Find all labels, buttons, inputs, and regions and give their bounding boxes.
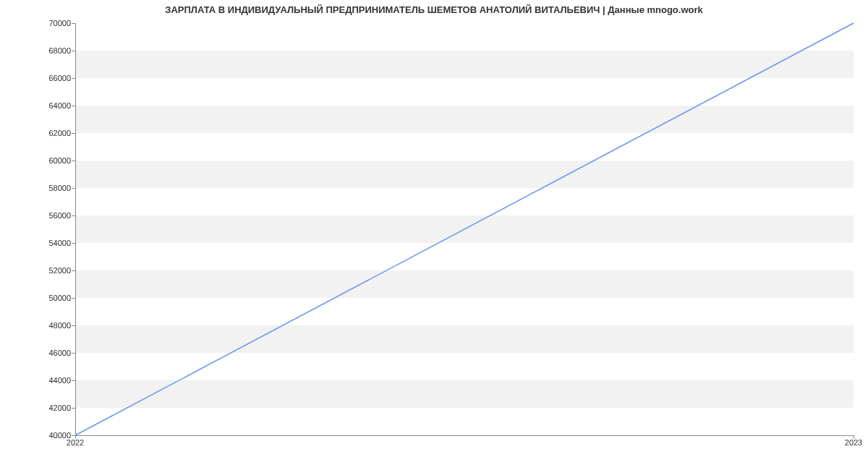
y-tick-label: 64000 — [6, 101, 71, 110]
y-tick-label: 56000 — [6, 211, 71, 220]
y-tick-label: 58000 — [6, 184, 71, 192]
y-tick-label: 42000 — [6, 403, 71, 412]
svg-rect-5 — [75, 106, 854, 133]
chart-container: ЗАРПЛАТА В ИНДИВИДУАЛЬНЫЙ ПРЕДПРИНИМАТЕЛ… — [0, 0, 868, 470]
y-tick-label: 52000 — [6, 266, 71, 275]
y-tick-label: 44000 — [6, 376, 71, 385]
svg-rect-2 — [75, 270, 854, 298]
y-tick-label: 60000 — [6, 156, 71, 165]
y-tick-label: 40000 — [6, 431, 71, 440]
svg-rect-0 — [75, 380, 854, 408]
svg-rect-4 — [75, 161, 854, 188]
svg-rect-6 — [75, 51, 854, 78]
chart-svg — [71, 22, 858, 440]
y-tick-label: 68000 — [6, 46, 71, 55]
y-tick-label: 62000 — [6, 129, 71, 137]
y-tick-label: 54000 — [6, 239, 71, 247]
x-tick-label: 2023 — [845, 438, 862, 447]
svg-rect-1 — [75, 325, 854, 353]
y-tick-label: 66000 — [6, 74, 71, 82]
y-tick-label: 46000 — [6, 349, 71, 357]
x-tick-label: 2022 — [67, 438, 84, 447]
y-tick-label: 50000 — [6, 294, 71, 302]
plot-area — [75, 23, 854, 435]
y-tick-label: 48000 — [6, 321, 71, 330]
y-tick-label: 70000 — [6, 19, 71, 27]
chart-title: ЗАРПЛАТА В ИНДИВИДУАЛЬНЫЙ ПРЕДПРИНИМАТЕЛ… — [0, 4, 868, 15]
